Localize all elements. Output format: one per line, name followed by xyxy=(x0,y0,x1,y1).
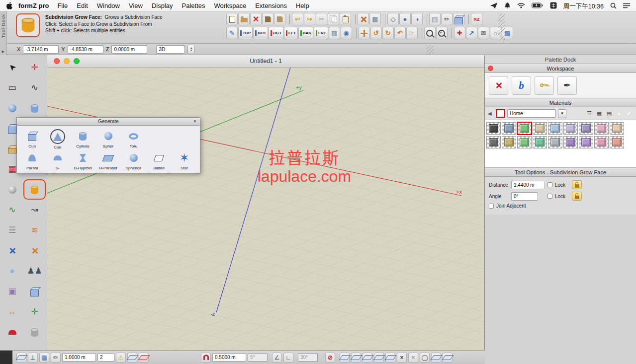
notification-bell-icon[interactable] xyxy=(504,2,511,9)
model-icon[interactable] xyxy=(453,13,464,25)
separator[interactable] xyxy=(287,14,290,24)
open-project-icon[interactable] xyxy=(238,13,250,25)
app-name[interactable]: formZ pro xyxy=(18,2,49,9)
close-palette-button[interactable] xyxy=(488,66,493,71)
list-view-icon[interactable]: ☰ xyxy=(585,110,593,118)
cut-icon[interactable]: ✂ xyxy=(316,13,327,25)
drafting-icon[interactable]: ✎ xyxy=(226,27,238,39)
arc-tool[interactable] xyxy=(1,98,23,118)
notification-center-icon[interactable] xyxy=(623,3,630,8)
cylinder-tool[interactable] xyxy=(23,98,46,118)
blob-tool[interactable]: ● xyxy=(1,261,23,281)
generate-cube[interactable]: Cub xyxy=(19,129,45,149)
menu-item[interactable]: File xyxy=(53,2,72,9)
materials-palette-header[interactable]: Materials xyxy=(485,98,636,107)
ruler-snap-icon[interactable]: ∟ xyxy=(283,353,293,363)
circle-icon[interactable]: ● xyxy=(399,13,411,25)
generate-d-hyperboloid[interactable]: D-Hyprbld xyxy=(70,151,95,170)
material-swatch[interactable] xyxy=(502,136,516,148)
menu-item[interactable]: Workspace xyxy=(210,2,251,9)
hand-icon[interactable]: ☞ xyxy=(406,27,418,39)
bonzai3d-icon[interactable]: b xyxy=(512,76,531,95)
material-swatch[interactable] xyxy=(548,136,562,148)
snap-to-intersection-icon[interactable]: × xyxy=(397,353,407,363)
z-coordinate-input[interactable] xyxy=(111,45,147,54)
material-swatch[interactable] xyxy=(486,122,501,135)
view-mode-stepper[interactable]: ▲▼ xyxy=(187,45,194,54)
dome-tool[interactable] xyxy=(1,322,23,342)
menu-item[interactable]: Extensions xyxy=(251,2,291,9)
generate-paraboloid[interactable]: Parabl xyxy=(19,151,45,170)
plane-delete-icon[interactable] xyxy=(139,353,149,363)
tool-dock-strip[interactable]: Tool Dock ▶ xyxy=(0,11,7,55)
material-swatch[interactable] xyxy=(533,122,547,135)
collapse-palette-icon[interactable]: ▼ xyxy=(193,119,197,124)
material-swatch[interactable] xyxy=(610,136,624,148)
project-tools-icon[interactable] xyxy=(489,76,508,95)
zoom-icon[interactable] xyxy=(424,27,436,39)
view-front-button[interactable]: FRT xyxy=(314,27,328,39)
snap-to-midpoint-icon[interactable]: × xyxy=(408,353,418,363)
material-swatch[interactable] xyxy=(533,136,547,148)
dimension-tool[interactable]: ↔ xyxy=(1,301,23,322)
separator[interactable] xyxy=(353,14,356,24)
material-swatch[interactable] xyxy=(610,122,624,135)
blocks-tool[interactable]: ▣ xyxy=(1,281,23,301)
material-swatch[interactable] xyxy=(548,122,562,135)
renderzone-icon[interactable]: RZ xyxy=(471,13,482,25)
undo-icon[interactable]: ↩ xyxy=(292,13,303,25)
snap-magnet-icon[interactable] xyxy=(201,353,211,363)
close-window-button[interactable] xyxy=(54,58,60,64)
material-swatch[interactable] xyxy=(579,136,593,148)
menu-item[interactable]: View xyxy=(124,2,147,9)
perp-axes-icon[interactable]: ⊥ xyxy=(28,353,38,363)
curve-arrow-tool[interactable]: ↝ xyxy=(23,200,46,220)
new-project-icon[interactable] xyxy=(226,13,238,25)
grid-window-icon[interactable]: ▦ xyxy=(39,353,49,363)
tool-dock-expand-icon[interactable]: ▶ xyxy=(2,50,4,54)
group-people-tool[interactable]: ♟♟ xyxy=(23,261,46,281)
battery-icon[interactable] xyxy=(532,2,544,8)
license-keys-icon[interactable] xyxy=(535,76,554,95)
separator[interactable] xyxy=(354,28,357,38)
snap-to-segment-icon[interactable] xyxy=(363,353,372,363)
spotlight-search-icon[interactable] xyxy=(610,2,617,9)
separator[interactable] xyxy=(383,14,385,24)
generate-h-paraboloid[interactable]: H-Parabld xyxy=(95,151,121,170)
view-left-button[interactable]: LFT xyxy=(284,27,298,39)
menubar-clock[interactable]: 周一下午10:36 xyxy=(563,1,604,10)
view-back-button[interactable]: BAK xyxy=(298,27,313,39)
angle-input[interactable] xyxy=(511,192,538,201)
im-paperplane-icon[interactable] xyxy=(490,2,498,9)
distance-input[interactable] xyxy=(511,181,545,189)
distance-lock-checkbox[interactable] xyxy=(547,182,552,187)
generate-torus[interactable]: Toru xyxy=(121,129,146,149)
material-swatch[interactable] xyxy=(563,136,578,148)
window-title-bar[interactable]: Untitled1 - 1 xyxy=(47,55,484,68)
polyline-tool[interactable]: ∿ xyxy=(23,77,46,98)
menu-item[interactable]: Palettes xyxy=(178,2,210,9)
no-snap-icon[interactable]: ⊘ xyxy=(325,353,335,363)
separator[interactable] xyxy=(425,14,427,24)
layers-tool[interactable]: ☰ xyxy=(1,220,23,240)
menu-item[interactable]: Window xyxy=(92,2,124,9)
tool-options-header[interactable]: Tool Options - Subdivision Grow Face xyxy=(485,168,636,177)
generate-cylinder[interactable]: Cylinde xyxy=(70,129,95,149)
snap-plane-b-icon[interactable] xyxy=(443,353,453,363)
bucket-tool[interactable] xyxy=(23,322,46,342)
warning-icon[interactable]: ⚠ xyxy=(116,353,126,363)
presentation-icon[interactable]: ▤ xyxy=(429,13,441,25)
draft-pen-icon[interactable]: ✒ xyxy=(557,76,577,95)
rotation-snap-input[interactable] xyxy=(298,353,318,362)
snap-to-face-icon[interactable] xyxy=(385,353,395,363)
spline-tool[interactable]: ∿ xyxy=(1,200,23,220)
subdivision-tool[interactable] xyxy=(23,179,46,200)
snap-plane-a-icon[interactable] xyxy=(431,353,441,363)
copy-icon[interactable] xyxy=(328,13,339,25)
email-icon[interactable]: ✉ xyxy=(478,27,489,39)
builder-tool[interactable] xyxy=(1,240,23,261)
active-tool-icon[interactable] xyxy=(16,13,40,37)
fix-tools-icon[interactable] xyxy=(358,13,369,25)
x-coordinate-input[interactable] xyxy=(23,45,59,54)
generate-star[interactable]: ✶ Star xyxy=(172,151,197,170)
